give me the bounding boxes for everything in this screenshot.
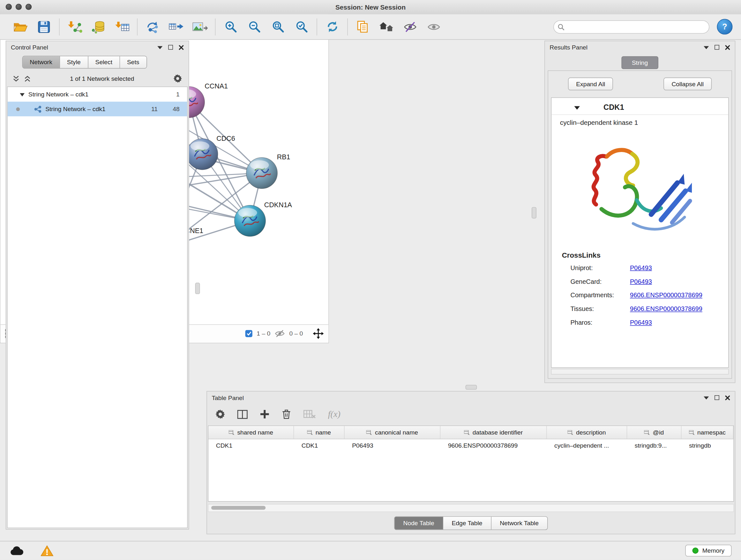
new-network-button[interactable] (141, 16, 164, 37)
splitter-handle[interactable] (532, 207, 536, 219)
network-collection-row[interactable]: String Network – cdk1 1 (8, 87, 187, 102)
tab-network[interactable]: Network (23, 56, 60, 68)
collection-label: String Network – cdk1 (28, 91, 88, 98)
scrollbar-thumb[interactable] (211, 506, 266, 510)
panel-menu-chevron-icon[interactable] (157, 45, 162, 49)
table-horizontal-scrollbar[interactable] (208, 504, 734, 512)
search-input[interactable] (553, 20, 710, 33)
pan-crosshair-icon[interactable] (313, 328, 324, 339)
expand-all-icon[interactable] (24, 75, 31, 81)
zoom-selected-button[interactable] (290, 16, 313, 37)
network-node-cdkn1a[interactable] (234, 205, 266, 237)
column-header-id[interactable]: @id (627, 426, 681, 439)
save-session-button[interactable] (32, 16, 56, 37)
column-header-shared-name[interactable]: shared name (208, 426, 294, 439)
zoom-in-button[interactable] (219, 16, 243, 37)
crosslink-tissues-link[interactable]: 9606.ENSP00000378699 (630, 306, 702, 313)
tab-sets[interactable]: Sets (120, 56, 146, 68)
panel-close-icon[interactable] (179, 45, 184, 50)
zoom-selected-icon (295, 20, 308, 33)
zoom-window-button[interactable] (25, 4, 31, 10)
warning-icon[interactable] (41, 545, 53, 557)
panel-close-icon[interactable] (725, 45, 730, 50)
apply-layout-button[interactable] (320, 16, 344, 37)
zoom-fit-button[interactable] (266, 16, 290, 37)
panel-float-icon[interactable] (715, 45, 719, 50)
minimize-window-button[interactable] (16, 4, 22, 10)
copy-document-button[interactable] (351, 16, 375, 37)
eye-slash-icon (404, 20, 417, 33)
tab-select[interactable]: Select (88, 56, 120, 68)
collapse-section-icon[interactable] (574, 105, 580, 110)
edge-count: 48 (173, 105, 179, 112)
home-view-button[interactable] (375, 16, 398, 37)
collapse-all-button[interactable]: Collapse All (664, 78, 712, 90)
cell-namespace: stringdb (681, 439, 733, 452)
hide-annotations-button[interactable] (398, 16, 422, 37)
column-header-name[interactable]: name (294, 426, 344, 439)
column-type-icon (568, 430, 574, 435)
import-network-file-button[interactable] (63, 16, 86, 37)
memory-button[interactable]: Memory (685, 545, 731, 557)
crosslink-genecard-link[interactable]: P06493 (630, 278, 652, 285)
panel-close-icon[interactable] (725, 395, 730, 400)
table-panel-tabs: Node Table Edge Table Network Table (207, 516, 735, 530)
column-header-canonical-name[interactable]: canonical name (345, 426, 441, 439)
tab-network-table[interactable]: Network Table (491, 517, 547, 530)
splitter-handle[interactable] (466, 385, 477, 389)
column-header-namespace[interactable]: namespac (681, 426, 733, 439)
zoom-out-button[interactable] (243, 16, 266, 37)
selected-checkbox[interactable] (246, 330, 253, 337)
panel-menu-chevron-icon[interactable] (704, 396, 709, 400)
splitter-handle[interactable] (195, 283, 200, 294)
network-bullet-icon (16, 107, 20, 111)
network-node-cdc6[interactable] (187, 138, 218, 170)
main-toolbar: ? (0, 14, 741, 40)
question-mark: ? (722, 22, 727, 32)
panel-float-icon[interactable] (715, 395, 719, 400)
collapse-all-icon[interactable] (13, 75, 19, 81)
network-row[interactable]: String Network – cdk1 11 48 (8, 102, 187, 116)
network-from-table-icon (169, 21, 184, 32)
hidden-eye-slash-icon[interactable] (275, 329, 285, 337)
panel-menu-chevron-icon[interactable] (704, 45, 709, 49)
tab-string[interactable]: String (621, 56, 658, 69)
delete-column-trash-icon[interactable] (282, 409, 291, 420)
import-table-button[interactable] (110, 16, 134, 37)
refresh-icon (326, 20, 339, 33)
results-panel-title: Results Panel (549, 44, 588, 51)
crosslink-uniprot-link[interactable]: P06493 (630, 264, 652, 271)
network-from-table-button[interactable] (164, 16, 188, 37)
import-network-database-button[interactable] (86, 16, 110, 37)
open-session-button[interactable] (9, 16, 32, 37)
add-column-plus-icon[interactable] (260, 409, 269, 419)
crosslink-compartments-link[interactable]: 9606.ENSP00000378699 (630, 292, 702, 299)
results-scrollbar[interactable] (551, 369, 729, 374)
tab-style[interactable]: Style (60, 56, 88, 68)
crosslink-label: Tissues: (570, 306, 630, 313)
export-image-button[interactable] (188, 16, 212, 37)
disclosure-triangle-icon[interactable] (20, 92, 24, 97)
column-type-icon (229, 430, 234, 435)
titlebar: Session: New Session (0, 0, 741, 15)
cloud-icon[interactable] (10, 545, 23, 556)
network-node-rb1[interactable] (246, 158, 278, 189)
cell-id: stringdb:9... (627, 439, 681, 452)
close-window-button[interactable] (6, 4, 12, 10)
help-button[interactable]: ? (717, 19, 733, 35)
tab-node-table[interactable]: Node Table (395, 517, 443, 530)
crosslink-pharos-link[interactable]: P06493 (630, 319, 652, 326)
crosslink-label: GeneCard: (570, 278, 630, 285)
show-graphics-button[interactable] (422, 16, 446, 37)
show-columns-icon[interactable] (237, 410, 248, 419)
table-row[interactable]: CDK1 CDK1 P06493 9606.ENSP00000378699 cy… (208, 439, 733, 452)
gear-icon[interactable] (173, 74, 182, 83)
expand-all-button[interactable]: Expand All (568, 78, 613, 90)
protein-structure-image (581, 137, 699, 241)
column-header-description[interactable]: description (547, 426, 627, 439)
panel-float-icon[interactable] (168, 45, 173, 50)
table-options-gear-icon[interactable] (215, 409, 225, 419)
tab-edge-table[interactable]: Edge Table (443, 517, 491, 530)
column-header-database-identifier[interactable]: database identifier (441, 426, 547, 439)
cell-name: CDK1 (294, 439, 344, 452)
